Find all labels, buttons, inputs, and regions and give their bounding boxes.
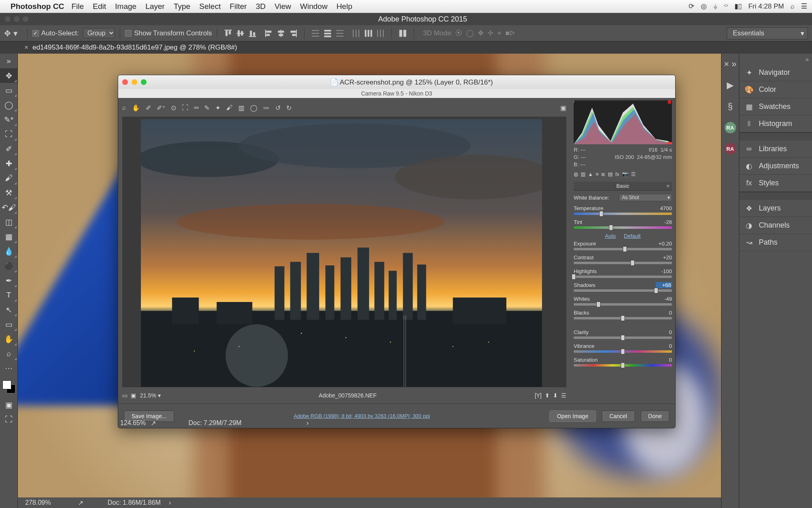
3d-orbit-icon[interactable]: ⦿ (455, 29, 462, 37)
zoom-arrow-icon[interactable]: ↗ (78, 499, 83, 507)
fg-bg-colors[interactable] (0, 378, 17, 397)
tab-presets-icon[interactable]: ☰ (631, 171, 636, 180)
app-name[interactable]: Photoshop CC (11, 2, 64, 11)
acr-hand-tool-icon[interactable]: ✋ (132, 104, 140, 112)
align-hcenter-icon[interactable] (276, 29, 285, 38)
distribute-vcenter-icon[interactable] (323, 29, 332, 38)
blur-tool[interactable]: 💧 (0, 244, 17, 258)
spotlight-icon[interactable]: ⌕ (790, 2, 795, 11)
panel-histogram[interactable]: ⫴Histogram (739, 115, 812, 132)
slider-shadows[interactable]: Shadows+68 (574, 282, 672, 292)
slider-exposure-track[interactable] (574, 248, 672, 250)
eraser-tool[interactable]: ◫ (0, 215, 17, 229)
doc-arrow-icon[interactable]: › (169, 499, 171, 506)
panel-paths[interactable]: ↝Paths (739, 234, 812, 251)
healing-tool[interactable]: ✚ (0, 156, 17, 171)
battery-icon[interactable]: ▮▯ (734, 2, 742, 11)
panel-libraries[interactable]: ∞Libraries (739, 141, 812, 158)
acr-default-link[interactable]: Default (624, 233, 641, 239)
acr-rotate-left-icon[interactable]: ↺ (275, 104, 281, 112)
slider-saturation-thumb[interactable] (621, 363, 625, 368)
3d-pan-icon[interactable]: ✥ (478, 29, 484, 37)
zoom-level[interactable]: 278.09% (25, 499, 74, 506)
tab-fx-icon[interactable]: fx (615, 171, 619, 180)
acr-window-controls[interactable] (122, 79, 151, 85)
slider-temperature-track[interactable] (574, 213, 672, 215)
tab-curve-icon[interactable]: ▥ (581, 171, 585, 180)
move-tool[interactable]: ✥ (0, 68, 17, 83)
slider-shadows-track[interactable] (574, 289, 672, 292)
strip-badge-teal[interactable]: RA (721, 117, 739, 138)
shape-tool[interactable]: ▭ (0, 317, 17, 332)
slider-vibrance-value[interactable]: 0 (656, 343, 672, 349)
edit-toolbar[interactable]: ⋯ (0, 361, 17, 376)
clone-stamp-tool[interactable]: ⚒ (0, 185, 17, 200)
acr-preview-menu-icon[interactable]: ☰ (561, 392, 566, 399)
slider-temperature-value[interactable]: 4700 (656, 205, 672, 211)
tab-lens-icon[interactable]: ▤ (608, 171, 613, 180)
cc-sync-icon[interactable]: ⟳ (689, 2, 694, 11)
brush-tool[interactable]: 🖌 (0, 171, 17, 185)
acr-zoom-tool-icon[interactable]: ⌕ (122, 104, 126, 111)
acr-rotate-right-icon[interactable]: ↻ (286, 104, 292, 112)
acr-radial-filter-icon[interactable]: ◯ (250, 104, 257, 112)
menu-type[interactable]: Type (174, 2, 190, 11)
3d-zoom-icon[interactable]: ⌖ (497, 29, 501, 37)
slider-vibrance[interactable]: Vibrance0 (574, 343, 672, 353)
target-icon[interactable]: ◎ (701, 2, 707, 11)
inner-doc-arrow-icon[interactable]: › (307, 419, 309, 427)
tab-camera-icon[interactable]: 📷 (622, 171, 628, 180)
align-right-icon[interactable] (289, 29, 298, 38)
crop-tool[interactable]: ⛶ (0, 127, 17, 141)
slider-whites-value[interactable]: -49 (656, 296, 672, 302)
acr-spot-removal-icon[interactable]: ✎ (204, 104, 209, 112)
tab-basic-icon[interactable]: ◍ (574, 171, 578, 180)
slider-temperature[interactable]: Temperature4700 (574, 205, 672, 215)
slider-tint-track[interactable] (574, 226, 672, 229)
close-tab-icon[interactable]: × (24, 43, 28, 52)
menu-layer[interactable]: Layer (145, 2, 165, 11)
menu-3d[interactable]: 3D (256, 2, 266, 11)
acr-histogram[interactable] (574, 100, 672, 144)
slider-tint[interactable]: Tint-28 (574, 219, 672, 229)
acr-straighten-icon[interactable]: ═ (194, 104, 199, 111)
inner-zoom[interactable]: 124.65% (120, 419, 146, 427)
type-tool[interactable]: T (0, 288, 17, 302)
panel-swatches[interactable]: ▦Swatches (739, 98, 812, 115)
slider-shadows-thumb[interactable] (654, 288, 658, 293)
auto-align-icon[interactable] (398, 29, 407, 38)
3d-roll-icon[interactable]: ◯ (466, 29, 474, 37)
zoom-tool[interactable]: ⌕ (0, 346, 17, 361)
strip-style-icon[interactable]: § (721, 96, 739, 117)
slider-contrast[interactable]: Contrast+20 (574, 254, 672, 264)
hand-tool[interactable]: ✋ (0, 332, 17, 346)
acr-preview-down-icon[interactable]: ⬇ (553, 392, 558, 399)
slider-blacks[interactable]: Blacks0 (574, 310, 672, 319)
distribute-left-icon[interactable] (352, 29, 361, 38)
menu-select[interactable]: Select (199, 2, 221, 11)
acr-color-sampler-icon[interactable]: ✐⁺ (157, 104, 165, 112)
acr-redeye-icon[interactable]: ✦ (215, 104, 220, 112)
slider-saturation-track[interactable] (574, 364, 672, 367)
slider-blacks-thumb[interactable] (621, 315, 625, 321)
acr-crop-tool-icon[interactable]: ⛶ (182, 104, 188, 111)
wifi-icon[interactable]: ⌔ (724, 2, 728, 11)
slider-whites-thumb[interactable] (596, 302, 600, 307)
app-window-controls[interactable] (0, 16, 33, 22)
slider-blacks-track[interactable] (574, 317, 672, 319)
wifi-alt-icon[interactable]: ⏚ (713, 2, 717, 11)
align-left-icon[interactable] (264, 29, 273, 38)
acr-fit-icon[interactable]: ▭ (122, 392, 127, 399)
slider-clarity-value[interactable]: 0 (656, 329, 672, 335)
acr-preview-zoom[interactable]: 21.5% (140, 392, 156, 399)
panel-styles[interactable]: fxStyles (739, 175, 812, 192)
acr-cancel-button[interactable]: Cancel (602, 410, 635, 422)
lasso-tool[interactable]: ◯ (0, 98, 17, 112)
acr-preview[interactable] (122, 117, 566, 387)
control-center-icon[interactable]: ☰ (801, 2, 807, 11)
move-tool-icon[interactable]: ✥ ▾ (4, 28, 17, 38)
menu-view[interactable]: View (274, 2, 291, 11)
distribute-bottom-icon[interactable] (335, 29, 344, 38)
slider-whites[interactable]: Whites-49 (574, 296, 672, 306)
panel-color[interactable]: 🎨Color (739, 81, 812, 98)
